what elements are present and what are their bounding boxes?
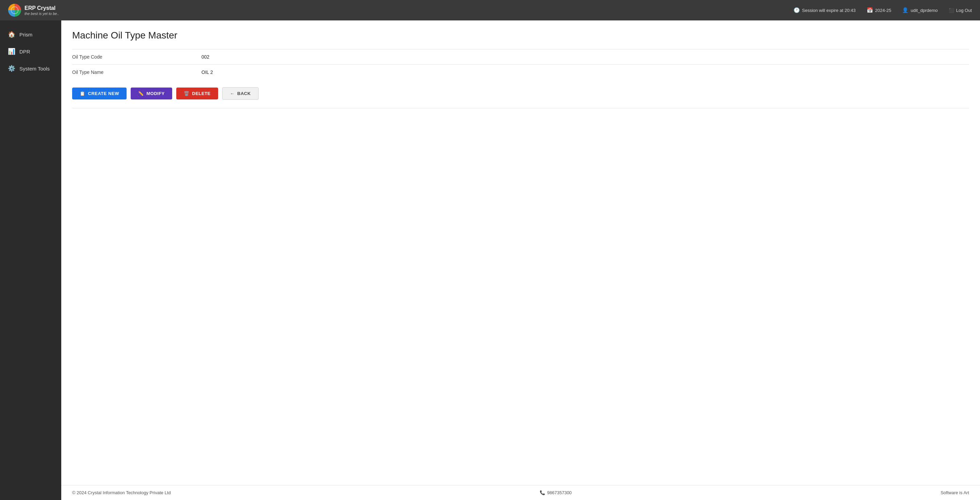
logout-label: Log Out <box>956 8 972 13</box>
user-info: 👤 udit_dprdemo <box>902 7 938 13</box>
gear-icon: ⚙️ <box>8 65 15 72</box>
field-row-oil-type-name: Oil Type Name OIL 2 <box>72 64 969 80</box>
oil-type-name-label: Oil Type Name <box>72 69 202 75</box>
back-button[interactable]: ← BACK <box>222 87 259 100</box>
page-body: Machine Oil Type Master Oil Type Code 00… <box>61 21 980 485</box>
app-name: ERP Crystal <box>24 5 59 11</box>
trash-icon: 🗑️ <box>184 91 189 96</box>
oil-type-name-value: OIL 2 <box>202 69 213 75</box>
bar-chart-icon: 📊 <box>8 48 15 55</box>
sidebar: 🏠 Prism 📊 DPR ⚙️ System Tools <box>0 21 61 500</box>
session-info: 🕐 Session will expire at 20:43 <box>794 7 856 13</box>
year-info: 📅 2024-25 <box>867 7 891 13</box>
create-new-button[interactable]: 📋 CREATE NEW <box>72 88 127 99</box>
arrow-left-icon: ← <box>230 91 235 96</box>
copyright-text: © 2024 Crystal Information Technology Pr… <box>72 490 171 495</box>
logo: ERP Crystal the best is yet to be.. <box>8 4 59 17</box>
create-icon: 📋 <box>80 91 86 96</box>
app-subtitle: the best is yet to be.. <box>24 11 59 16</box>
sidebar-label-prism: Prism <box>19 32 32 37</box>
header-info: 🕐 Session will expire at 20:43 📅 2024-25… <box>794 7 972 13</box>
phone-number: 9867357300 <box>547 490 572 495</box>
modify-label: MODIFY <box>146 91 165 96</box>
oil-type-code-label: Oil Type Code <box>72 54 202 60</box>
sidebar-item-dpr[interactable]: 📊 DPR <box>0 43 61 60</box>
sidebar-item-system-tools[interactable]: ⚙️ System Tools <box>0 60 61 77</box>
footer-tagline: Software is Art <box>940 490 969 495</box>
phone-icon: 📞 <box>540 490 545 495</box>
page-title: Machine Oil Type Master <box>72 30 969 41</box>
app-header: ERP Crystal the best is yet to be.. 🕐 Se… <box>0 0 980 21</box>
button-row: 📋 CREATE NEW ✏️ MODIFY 🗑️ DELETE ← BACK <box>72 87 969 100</box>
year-label: 2024-25 <box>875 8 891 13</box>
clock-icon: 🕐 <box>794 7 800 13</box>
pencil-icon: ✏️ <box>138 91 144 96</box>
logout-button[interactable]: ⬛ Log Out <box>949 8 972 13</box>
sidebar-label-dpr: DPR <box>19 49 30 54</box>
phone-info: 📞 9867357300 <box>540 490 572 495</box>
create-label: CREATE NEW <box>88 91 119 96</box>
user-icon: 👤 <box>902 7 908 13</box>
sidebar-label-system-tools: System Tools <box>19 66 50 72</box>
logout-icon: ⬛ <box>949 8 954 13</box>
session-label: Session will expire at 20:43 <box>802 8 856 13</box>
delete-label: DELETE <box>192 91 211 96</box>
calendar-icon: 📅 <box>867 7 873 13</box>
logo-icon <box>8 4 21 17</box>
footer: © 2024 Crystal Information Technology Pr… <box>61 485 980 500</box>
home-icon: 🏠 <box>8 30 15 38</box>
delete-button[interactable]: 🗑️ DELETE <box>176 88 218 99</box>
sidebar-item-prism[interactable]: 🏠 Prism <box>0 26 61 43</box>
back-label: BACK <box>237 91 251 96</box>
modify-button[interactable]: ✏️ MODIFY <box>130 88 172 99</box>
user-label: udit_dprdemo <box>911 8 938 13</box>
main-content: Machine Oil Type Master Oil Type Code 00… <box>61 21 980 500</box>
field-row-oil-type-code: Oil Type Code 002 <box>72 49 969 64</box>
oil-type-code-value: 002 <box>202 54 209 60</box>
